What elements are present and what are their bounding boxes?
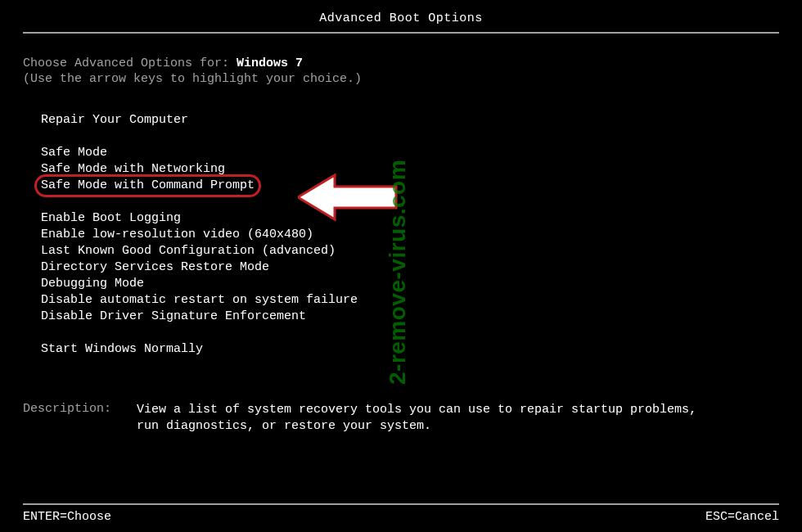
menu-item-boot-logging[interactable]: Enable Boot Logging — [41, 210, 779, 227]
menu-item-low-res[interactable]: Enable low-resolution video (640x480) — [41, 227, 779, 243]
menu-item-safe-mode-networking[interactable]: Safe Mode with Networking — [41, 161, 779, 178]
description-label: Description: — [23, 402, 129, 416]
menu-item-safe-mode-cmd[interactable]: Safe Mode with Command Prompt — [41, 178, 255, 194]
menu-item-ds-restore[interactable]: Directory Services Restore Mode — [41, 259, 779, 276]
menu-item-disable-auto-restart[interactable]: Disable automatic restart on system fail… — [41, 292, 779, 309]
menu-item-highlighted-wrap: Safe Mode with Command Prompt — [41, 178, 255, 194]
menu-group: Repair Your Computer Safe Mode Safe Mode… — [23, 112, 779, 358]
description-block: Description: View a list of system recov… — [0, 379, 802, 435]
description-text: View a list of system recovery tools you… — [137, 402, 710, 435]
choose-prefix: Choose Advanced Options for: — [23, 56, 237, 70]
os-name: Windows 7 — [237, 56, 303, 70]
menu-item-disable-driver-sig[interactable]: Disable Driver Signature Enforcement — [41, 309, 779, 325]
hint-line: (Use the arrow keys to highlight your ch… — [23, 72, 779, 86]
menu-item-repair[interactable]: Repair Your Computer — [41, 112, 779, 128]
menu-item-debugging[interactable]: Debugging Mode — [41, 276, 779, 292]
footer: ENTER=Choose ESC=Cancel — [0, 503, 802, 532]
choose-line: Choose Advanced Options for: Windows 7 — [23, 56, 779, 70]
menu-item-start-normally[interactable]: Start Windows Normally — [41, 341, 779, 358]
menu-item-last-known-good[interactable]: Last Known Good Configuration (advanced) — [41, 243, 779, 259]
menu-item-safe-mode[interactable]: Safe Mode — [41, 145, 779, 161]
footer-esc-hint: ESC=Cancel — [705, 510, 779, 524]
content-area: Choose Advanced Options for: Windows 7 (… — [0, 34, 802, 358]
footer-enter-hint: ENTER=Choose — [23, 510, 111, 524]
page-title: Advanced Boot Options — [0, 0, 802, 32]
